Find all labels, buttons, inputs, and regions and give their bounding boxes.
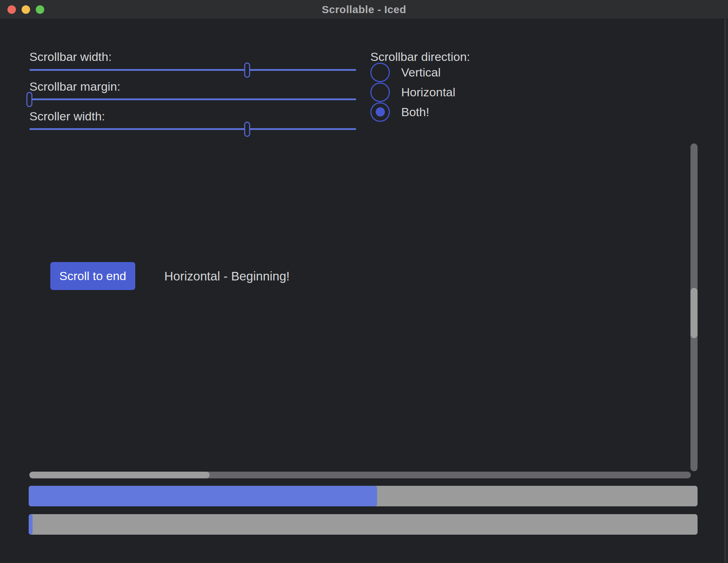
horizontal-scrollbar-track[interactable] [29,472,691,478]
radio-option-both[interactable]: Both! [370,102,429,122]
slider-handle[interactable] [244,62,250,78]
horizontal-scrollbar-thumb[interactable] [29,472,210,478]
slider-handle[interactable] [244,121,250,137]
radio-option-label: Both! [401,105,429,119]
scrollbar-direction-label: Scrollbar direction: [370,50,470,64]
progress-bar-1-fill [29,486,377,506]
app-window: Scrollable - Iced Scrollbar width: Scrol… [0,0,728,563]
scroll-status-text: Horizontal - Beginning! [164,262,290,290]
scrollbar-margin-slider[interactable] [29,98,356,100]
slider-handle[interactable] [27,92,33,107]
progress-bar-2-fill [29,514,33,535]
scrollbar-width-slider[interactable] [29,69,356,71]
vertical-scrollbar-track[interactable] [690,143,698,471]
progress-bar-2 [29,514,698,535]
radio-option-label: Vertical [401,66,441,79]
radio-button-icon[interactable] [370,83,390,102]
scroller-width-slider[interactable] [29,128,356,130]
radio-dot [376,107,385,116]
radio-button-icon[interactable] [370,102,390,122]
titlebar: Scrollable - Iced [0,0,728,19]
radio-option-horizontal[interactable]: Horizontal [370,82,455,102]
window-title: Scrollable - Iced [0,0,728,19]
progress-bar-1 [29,486,698,506]
window-right-edge-strip [726,19,728,563]
vertical-scrollbar-thumb[interactable] [690,288,698,338]
radio-option-vertical[interactable]: Vertical [370,62,441,82]
radio-button-icon[interactable] [370,63,390,82]
radio-option-label: Horizontal [401,85,455,99]
scroller-width-label: Scroller width: [29,109,105,123]
scrollbar-width-label: Scrollbar width: [29,50,112,64]
scroll-to-end-button[interactable]: Scroll to end [50,262,135,290]
scrollbar-margin-label: Scrollbar margin: [29,80,120,93]
